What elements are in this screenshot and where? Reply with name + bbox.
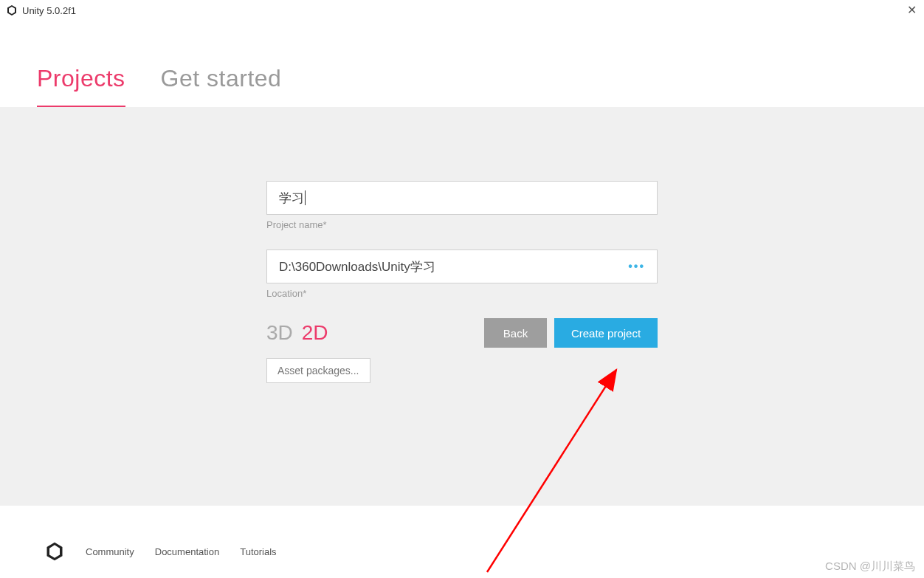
action-buttons: Back Create project (484, 318, 658, 348)
dimension-toggle: 3D 2D (266, 321, 328, 345)
location-label: Location* (266, 288, 658, 299)
tab-projects[interactable]: Projects (37, 65, 125, 107)
browse-location-icon[interactable]: ••• (628, 260, 645, 273)
tab-get-started[interactable]: Get started (161, 65, 282, 107)
footer: Community Documentation Tutorials (0, 525, 924, 578)
create-project-button[interactable]: Create project (554, 318, 658, 348)
back-button[interactable]: Back (484, 318, 547, 348)
unity-logo-icon (44, 541, 65, 562)
footer-link-tutorials[interactable]: Tutorials (240, 546, 276, 557)
mode-3d-option[interactable]: 3D (266, 321, 293, 345)
text-cursor (305, 190, 306, 205)
watermark-text: CSDN @川川菜鸟 (825, 560, 915, 574)
tabs-container: Projects Get started (0, 21, 924, 107)
footer-link-documentation[interactable]: Documentation (155, 546, 219, 557)
window-title: Unity 5.0.2f1 (22, 5, 76, 16)
project-name-label: Project name* (266, 219, 658, 230)
location-input-wrapper[interactable]: ••• (266, 250, 658, 283)
location-input[interactable] (279, 259, 645, 274)
titlebar: Unity 5.0.2f1 ✕ (0, 0, 924, 21)
mode-and-actions-row: 3D 2D Back Create project (266, 318, 658, 348)
unity-icon (6, 4, 18, 16)
content-area: 学习 Project name* ••• Location* 3D 2D Bac… (0, 107, 924, 506)
footer-link-community[interactable]: Community (86, 546, 134, 557)
new-project-form: 学习 Project name* ••• Location* 3D 2D Bac… (266, 181, 658, 506)
asset-packages-button[interactable]: Asset packages... (266, 358, 370, 383)
mode-2d-option[interactable]: 2D (302, 321, 328, 345)
project-name-input-wrapper[interactable]: 学习 (266, 181, 658, 215)
project-name-input[interactable]: 学习 (279, 190, 304, 207)
close-icon[interactable]: ✕ (907, 3, 917, 17)
